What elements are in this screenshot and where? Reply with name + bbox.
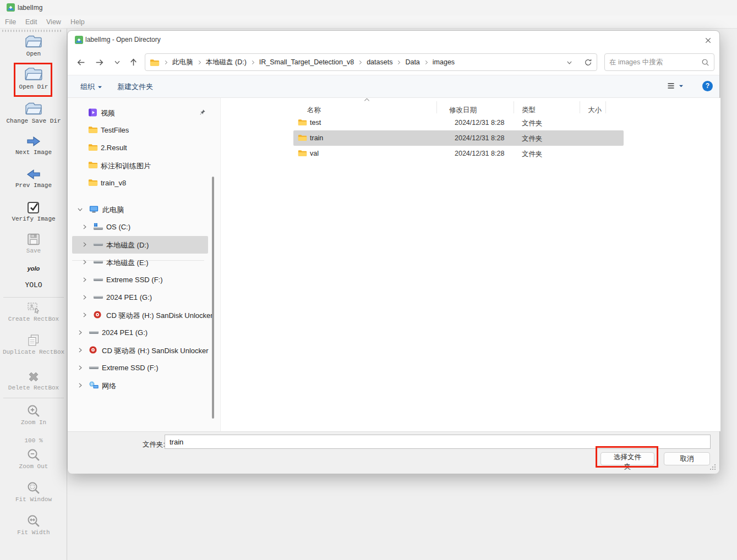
chevron-right-icon[interactable] (77, 329, 84, 336)
tree-item-2024-pe1-g-root[interactable]: 2024 PE1 (G:) (68, 324, 216, 342)
fit-window-label: Fit Window (0, 496, 67, 503)
tree-scrollbar[interactable] (212, 177, 214, 419)
dropdown-triangle-icon (679, 84, 684, 88)
fit-window-button[interactable]: Fit Window (0, 481, 67, 503)
navigation-pane: 视频 TestFiles 2.Result 标注和训练图片 train_v8 (68, 98, 221, 431)
resize-grip[interactable] (709, 464, 716, 470)
breadcrumb-drive-d[interactable]: 本地磁盘 (D:) (206, 58, 247, 67)
chevron-right-icon (357, 59, 363, 65)
format-indicator[interactable]: yolo (0, 265, 67, 272)
breadcrumb-this-pc[interactable]: 此电脑 (172, 58, 193, 67)
column-divider[interactable] (436, 101, 437, 113)
pin-icon[interactable] (199, 109, 206, 116)
refresh-icon[interactable] (584, 58, 592, 67)
close-icon[interactable] (702, 35, 714, 46)
recent-locations-chevron-icon[interactable] (111, 56, 123, 68)
column-header-name[interactable]: 名称 (307, 106, 321, 115)
tree-item-extreme-ssd-f[interactable]: Extreme SSD (F:) (68, 271, 216, 289)
open-button[interactable]: Open (0, 34, 67, 57)
search-input[interactable] (609, 58, 701, 66)
back-icon[interactable] (75, 56, 87, 68)
menu-help[interactable]: Help (70, 18, 85, 26)
prev-image-button[interactable]: Prev Image (0, 168, 67, 189)
chevron-right-icon[interactable] (81, 311, 88, 319)
sidebar-divider (3, 398, 64, 398)
create-rectbox-label: Create RectBox (0, 316, 67, 322)
annotation-box-open-dir (14, 63, 52, 97)
tree-item-extreme-ssd-f-root[interactable]: Extreme SSD (F:) (68, 359, 216, 377)
chevron-right-icon[interactable] (81, 294, 88, 301)
file-name: train (310, 134, 323, 142)
format-button[interactable]: YOLO (0, 281, 67, 289)
toolbar-drag-handle[interactable] (2, 30, 63, 32)
up-icon[interactable] (127, 56, 139, 68)
chevron-right-icon[interactable] (81, 223, 88, 230)
quick-item-testfiles[interactable]: TestFiles (68, 122, 216, 139)
quick-item-train-v8[interactable]: train_v8 (68, 174, 216, 192)
quick-item-result[interactable]: 2.Result (68, 139, 216, 157)
chevron-down-icon[interactable] (77, 206, 84, 213)
help-icon[interactable]: ? (702, 81, 713, 91)
tree-item-this-pc[interactable]: 此电脑 (68, 201, 216, 218)
quick-item-annotation-images[interactable]: 标注和训练图片 (68, 157, 216, 174)
column-divider[interactable] (580, 101, 580, 113)
forward-icon[interactable] (93, 56, 105, 68)
file-date: 2024/12/31 8:28 (455, 119, 504, 127)
column-header-date[interactable]: 修改日期 (449, 106, 477, 115)
column-header-type[interactable]: 类型 (522, 106, 536, 115)
chevron-right-icon[interactable] (81, 241, 88, 248)
file-date: 2024/12/31 8:28 (455, 150, 504, 157)
menu-view[interactable]: View (46, 18, 61, 26)
create-rectbox-button[interactable]: Create RectBox (0, 300, 67, 322)
address-dropdown-chevron-icon[interactable] (566, 59, 573, 66)
breadcrumb-datasets[interactable]: datasets (367, 58, 392, 66)
change-save-dir-button[interactable]: Change Save Dir (0, 101, 67, 124)
quick-item-videos[interactable]: 视频 (68, 104, 216, 122)
save-button[interactable]: Save (0, 232, 67, 254)
tree-item-label: Extreme SSD (F:) (106, 276, 163, 284)
zoom-in-label: Zoom In (0, 419, 67, 426)
duplicate-rectbox-button[interactable]: Duplicate RectBox (0, 333, 67, 355)
address-bar[interactable]: 此电脑 本地磁盘 (D:) IR_Small_Target_Detection_… (145, 53, 597, 71)
file-row-val[interactable]: val 2024/12/31 8:28 文件夹 (293, 146, 624, 161)
verify-image-button[interactable]: Verify Image (0, 200, 67, 222)
tree-item-network[interactable]: 网络 (68, 377, 216, 394)
chevron-right-icon[interactable] (81, 259, 88, 266)
menu-file[interactable]: File (5, 18, 16, 26)
zoom-out-button[interactable]: Zoom Out (0, 448, 67, 470)
new-folder-button[interactable]: 新建文件夹 (117, 82, 153, 92)
menu-edit[interactable]: Edit (25, 18, 37, 26)
chevron-right-icon[interactable] (77, 347, 84, 354)
next-image-button[interactable]: Next Image (0, 135, 67, 156)
file-row-train[interactable]: train 2024/12/31 8:28 文件夹 (293, 130, 624, 146)
delete-rectbox-button[interactable]: Delete RectBox (0, 370, 67, 391)
column-divider[interactable] (514, 101, 514, 113)
column-divider[interactable] (605, 101, 606, 113)
videos-icon (88, 108, 97, 117)
view-options-button[interactable] (667, 81, 684, 90)
tree-item-os-c[interactable]: OS (C:) (68, 218, 216, 236)
chevron-right-icon[interactable] (77, 364, 84, 371)
column-header-size[interactable]: 大小 (588, 106, 602, 115)
zoom-out-icon (26, 448, 41, 462)
tree-item-cd-drive-h[interactable]: CD 驱动器 (H:) SanDisk Unlocker (68, 306, 216, 324)
quick-item-label: 2.Result (101, 144, 127, 152)
tree-item-cd-drive-h-root[interactable]: CD 驱动器 (H:) SanDisk Unlocker (68, 342, 216, 359)
arrow-left-icon (26, 168, 41, 181)
breadcrumb-images[interactable]: images (433, 58, 455, 66)
zoom-in-button[interactable]: Zoom In (0, 404, 67, 426)
chevron-right-icon[interactable] (77, 382, 84, 389)
tree-item-drive-e[interactable]: 本地磁盘 (E:) (68, 254, 216, 271)
file-row-test[interactable]: test 2024/12/31 8:28 文件夹 (293, 115, 624, 130)
zoom-level-value: 100 % (0, 437, 67, 444)
new-folder-label: 新建文件夹 (117, 82, 153, 92)
chevron-right-icon[interactable] (81, 276, 88, 283)
breadcrumb-project[interactable]: IR_Small_Target_Detection_v8 (259, 58, 354, 66)
tree-item-2024-pe1-g[interactable]: 2024 PE1 (G:) (68, 289, 216, 306)
breadcrumb-data[interactable]: Data (405, 58, 419, 66)
fit-width-button[interactable]: Fit Width (0, 514, 67, 536)
cancel-button[interactable]: 取消 (664, 452, 710, 465)
file-date: 2024/12/31 8:28 (455, 134, 504, 142)
tree-item-drive-d[interactable]: 本地磁盘 (D:) (72, 236, 208, 254)
organize-button[interactable]: 组织 (80, 82, 102, 92)
